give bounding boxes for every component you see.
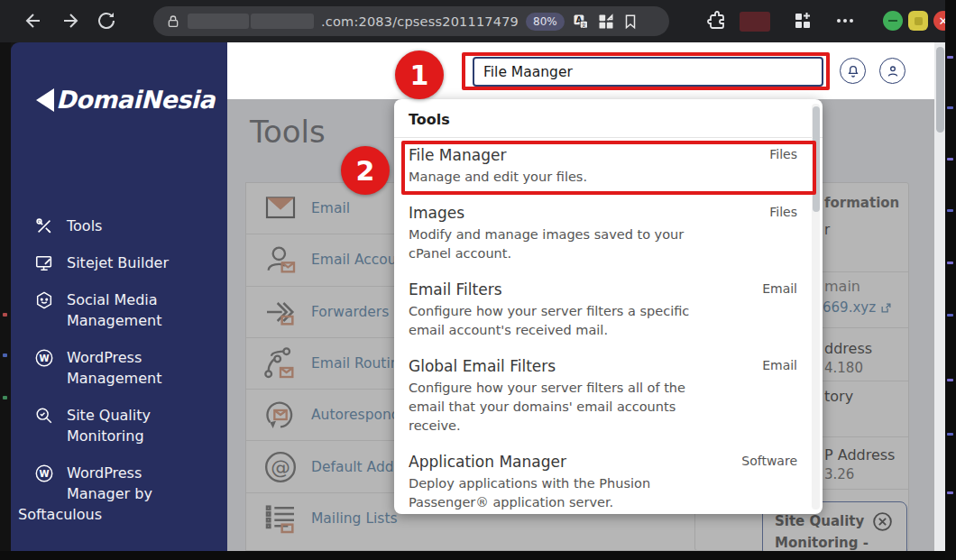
menu-dots-icon[interactable] bbox=[834, 10, 856, 32]
wordpress-icon: W bbox=[34, 464, 54, 483]
sidebar-item-label: Management bbox=[67, 368, 161, 389]
result-category: Email bbox=[762, 281, 797, 296]
result-description: Modify and manage images saved to your c… bbox=[409, 225, 706, 263]
sidebar-item-label: Sitejet Builder bbox=[67, 252, 169, 273]
screen: .com:2083/cpsess201117479 80% A文 ✕ bbox=[0, 0, 956, 560]
result-application-manager[interactable]: Application Manager Software Deploy appl… bbox=[394, 445, 823, 514]
sidebar-item-wordpress-manager-softaculous[interactable]: W WordPress Manager by Softaculous bbox=[11, 454, 227, 533]
result-description: Configure how your server filters all of… bbox=[409, 379, 706, 436]
sidebar-item-label: WordPress bbox=[67, 463, 152, 483]
annotation-step-badge-1: 1 bbox=[395, 50, 444, 99]
annotation-rect-search bbox=[462, 52, 830, 90]
annotation-rect-file-manager bbox=[401, 141, 816, 195]
sidebar-item-label: Softaculous bbox=[18, 504, 152, 525]
result-images[interactable]: Images Files Modify and manage images sa… bbox=[394, 196, 823, 272]
sidebar-item-social-media-management[interactable]: Social Media Management bbox=[11, 281, 227, 339]
redacted-domain-block bbox=[188, 14, 249, 29]
sidebar-item-site-quality-monitoring[interactable]: Site Quality Monitoring bbox=[11, 397, 227, 454]
background-window-strip bbox=[945, 0, 956, 560]
split-screen-icon[interactable] bbox=[597, 13, 615, 31]
apps-grid-icon[interactable] bbox=[792, 10, 814, 32]
page-scrollbar[interactable] bbox=[934, 42, 945, 551]
forward-icon[interactable] bbox=[60, 10, 81, 32]
sidebar-item-label: Social Media bbox=[67, 289, 161, 310]
step-number: 1 bbox=[410, 60, 429, 91]
result-description: Configure how your server filters a spec… bbox=[409, 302, 706, 340]
browser-profile-avatar[interactable] bbox=[740, 12, 770, 32]
browser-toolbar: .com:2083/cpsess201117479 80% A文 ✕ bbox=[0, 0, 956, 42]
sidebar-item-wordpress-management[interactable]: W WordPress Management bbox=[11, 339, 227, 397]
sidebar-item-label: Tools bbox=[67, 216, 102, 236]
sidebar-item-label: WordPress bbox=[67, 347, 161, 368]
zoom-level-badge[interactable]: 80% bbox=[526, 13, 565, 31]
reload-icon[interactable] bbox=[96, 10, 117, 32]
step-number: 2 bbox=[356, 155, 375, 187]
extensions-puzzle-icon[interactable] bbox=[706, 10, 728, 32]
translate-icon[interactable]: A文 bbox=[572, 13, 590, 31]
result-title: Global Email Filters bbox=[409, 357, 786, 376]
result-category: Files bbox=[769, 205, 797, 219]
result-category: Software bbox=[741, 454, 797, 468]
user-icon bbox=[886, 64, 900, 78]
redacted-domain-block bbox=[251, 14, 314, 29]
notifications-button[interactable] bbox=[840, 58, 866, 84]
magnifier-check-icon bbox=[34, 406, 54, 426]
svg-text:W: W bbox=[39, 469, 49, 479]
page-scrollbar-thumb[interactable] bbox=[936, 47, 944, 133]
url-text: .com:2083/cpsess201117479 bbox=[321, 14, 519, 29]
sidebar-menu: Tools Sitejet Builder Social Media Manag… bbox=[11, 207, 227, 533]
window-left-border bbox=[0, 42, 11, 560]
sidebar-item-sitejet-builder[interactable]: Sitejet Builder bbox=[11, 244, 227, 281]
monitor-pen-icon bbox=[34, 253, 54, 273]
logo-triangle-icon bbox=[36, 88, 54, 112]
window-maximize-button[interactable] bbox=[908, 11, 928, 31]
lock-icon bbox=[166, 14, 180, 29]
back-icon[interactable] bbox=[23, 10, 44, 32]
result-category: Email bbox=[762, 358, 797, 372]
result-global-email-filters[interactable]: Global Email Filters Email Configure how… bbox=[394, 349, 823, 445]
sidebar-item-label: Manager by bbox=[67, 483, 152, 504]
window-bottom-border bbox=[0, 551, 956, 560]
address-bar[interactable]: .com:2083/cpsess201117479 80% A文 bbox=[153, 6, 669, 36]
domainesia-logo: DomaiNesia bbox=[36, 86, 215, 114]
svg-text:文: 文 bbox=[581, 22, 586, 27]
tools-icon bbox=[34, 216, 54, 236]
svg-text:W: W bbox=[39, 353, 49, 363]
sidebar-item-label: Monitoring bbox=[67, 426, 151, 446]
sidebar-item-tools[interactable]: Tools bbox=[11, 207, 227, 244]
wordpress-icon: W bbox=[34, 348, 54, 368]
result-description: Deploy applications with the Phusion Pas… bbox=[409, 474, 706, 512]
bookmark-icon[interactable] bbox=[622, 14, 639, 30]
hexagon-face-icon bbox=[34, 290, 54, 310]
result-email-filters[interactable]: Email Filters Email Configure how your s… bbox=[394, 272, 823, 349]
window-minimize-button[interactable] bbox=[883, 11, 903, 31]
sidebar: DomaiNesia Tools Sitejet Builder Social … bbox=[11, 42, 227, 551]
dropdown-section-header: Tools bbox=[394, 99, 823, 138]
user-account-button[interactable] bbox=[879, 58, 905, 84]
sidebar-item-label: Site Quality bbox=[67, 405, 151, 426]
annotation-step-badge-2: 2 bbox=[341, 146, 390, 195]
sidebar-item-label: Management bbox=[67, 310, 161, 331]
bell-icon bbox=[846, 64, 860, 78]
result-title: Email Filters bbox=[409, 280, 786, 299]
result-title: Images bbox=[409, 204, 786, 223]
logo-text: DomaiNesia bbox=[56, 86, 215, 114]
result-title: Application Manager bbox=[409, 453, 786, 472]
